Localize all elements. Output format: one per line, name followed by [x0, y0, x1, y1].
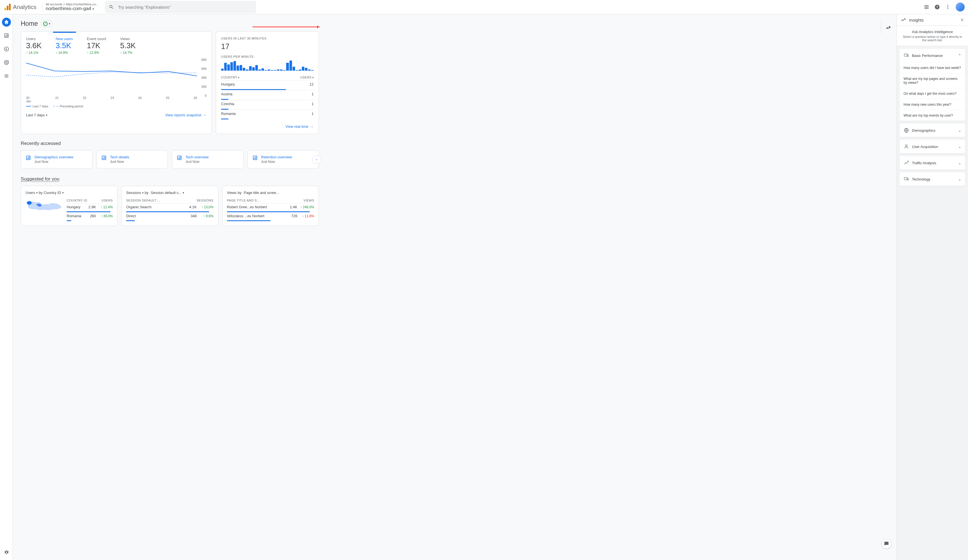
brand-text: Analytics	[13, 3, 36, 10]
svg-rect-23	[29, 157, 30, 159]
realtime-card: USERS IN LAST 30 MINUTES 17 USERS PER MI…	[216, 31, 319, 134]
svg-text:?: ?	[936, 5, 938, 9]
user-avatar[interactable]	[956, 3, 965, 12]
chevron-down-icon: ▾	[93, 7, 94, 10]
metric-event-count[interactable]: Event count 17K ↑ 12.9%	[87, 37, 106, 55]
app-header: Analytics All accounts > https://norbert…	[0, 0, 968, 14]
nav-reports[interactable]	[2, 31, 11, 40]
report-icon	[101, 155, 107, 161]
search-bar[interactable]	[105, 1, 256, 13]
active-tab-indicator	[53, 31, 76, 33]
suggested-card-country: Users▾ by Country ID▾ COUNTRY IDUSERS Hu…	[21, 186, 118, 226]
chevron-down-icon: ⌄	[958, 161, 961, 165]
table-row: Időszakos ...es Norbert726↓ 11.6%	[227, 212, 314, 219]
account-breadcrumb: All accounts > https://norberthires.co..…	[46, 3, 98, 6]
more-vert-icon[interactable]	[945, 4, 951, 10]
insights-title: Insights	[909, 18, 957, 22]
insights-category: User Acquisition⌄	[900, 140, 965, 153]
report-icon	[252, 155, 258, 161]
view-reports-link[interactable]: View reports snapshot →	[165, 113, 206, 117]
nav-explore[interactable]	[2, 45, 11, 53]
chevron-down-icon: ▾	[49, 22, 50, 25]
search-input[interactable]	[118, 5, 252, 10]
insights-question[interactable]: What are my top pages and screens by vie…	[900, 73, 965, 88]
chevron-down-icon: ⌄	[958, 145, 961, 149]
svg-rect-2	[9, 3, 11, 10]
svg-point-13	[4, 61, 8, 65]
date-range-picker[interactable]: Last 7 days ▾	[26, 113, 47, 117]
category-icon	[903, 144, 909, 149]
insights-category: Demographics⌄	[900, 124, 965, 137]
help-icon[interactable]: ?	[934, 4, 940, 10]
realtime-bars	[221, 61, 313, 71]
table-row: Romania260↑ 39.0%	[67, 212, 113, 219]
view-realtime-link[interactable]: View real time →	[285, 124, 313, 129]
world-map-thumbnail	[25, 197, 64, 217]
category-icon	[903, 176, 909, 182]
svg-rect-38	[904, 54, 907, 56]
insights-basic-performance: Basic Performance ⌃ How many users did I…	[900, 49, 965, 121]
configure-icon	[3, 73, 9, 79]
feedback-button[interactable]	[882, 539, 892, 549]
country-row: Hungary12	[221, 80, 313, 88]
svg-rect-25	[103, 158, 103, 159]
svg-rect-16	[5, 76, 8, 76]
suggested-card-pages: Views byPage title and scree... PAGE TIT…	[222, 186, 319, 226]
chevron-down-icon: ⌄	[958, 128, 961, 133]
recent-tile[interactable]: Tech detailsJust Now	[96, 150, 168, 169]
insights-toggle-button[interactable]	[881, 22, 892, 33]
nav-configure[interactable]	[2, 71, 11, 80]
report-icon	[25, 155, 31, 161]
page-title: Home	[21, 20, 38, 28]
svg-rect-37	[886, 544, 887, 544]
metric-users[interactable]: Users 3.6K ↑ 14.1%	[26, 37, 42, 55]
svg-point-18	[887, 27, 888, 28]
realtime-count: 17	[221, 42, 313, 51]
category-icon	[903, 128, 909, 133]
recent-tile[interactable]: Retention overviewJust Now	[247, 150, 319, 169]
nav-admin[interactable]	[2, 548, 11, 557]
line-chart: 8006004002000 20Jan212223242526	[26, 58, 207, 103]
apps-icon[interactable]	[924, 4, 929, 10]
country-col-header[interactable]: COUNTRY ▾	[221, 76, 239, 79]
annotation-arrow	[252, 27, 320, 27]
insights-icon	[901, 17, 906, 23]
nav-advertising[interactable]	[2, 58, 11, 67]
recent-tile[interactable]: Demographics overviewJust Now	[21, 150, 93, 169]
analytics-logo-icon	[5, 3, 11, 10]
insights-category: Technology⌄	[900, 172, 965, 186]
suggested-card-channel: Sessions▾ bySession default c...▾ SESSIO…	[121, 186, 218, 226]
status-pill[interactable]: ✓ ▾	[41, 20, 53, 27]
users-col-header[interactable]: USERS ▾	[300, 76, 313, 79]
svg-point-14	[5, 62, 7, 64]
metric-new-users[interactable]: New users 3.5K ↑ 14.9%	[56, 37, 73, 55]
svg-rect-35	[255, 157, 256, 159]
recent-tile[interactable]: Tech overviewJust Now	[172, 150, 244, 169]
insights-question[interactable]: How many users did I have last week?	[900, 62, 965, 73]
svg-rect-17	[5, 77, 8, 77]
nav-home[interactable]	[2, 18, 11, 27]
svg-point-7	[947, 8, 948, 9]
logo[interactable]: Analytics	[3, 3, 38, 10]
insights-category: Traffic Analysis⌄	[900, 156, 965, 169]
reports-icon	[3, 33, 9, 38]
account-picker[interactable]: All accounts > https://norberthires.co..…	[42, 3, 98, 12]
svg-rect-21	[27, 158, 28, 159]
realtime-title: USERS IN LAST 30 MINUTES	[221, 37, 313, 40]
insights-question[interactable]: What are my top events by user?	[900, 110, 965, 121]
target-icon	[3, 60, 9, 65]
table-row: Hungary2.9K↑ 12.4%	[67, 203, 113, 210]
metric-views[interactable]: Views 5.3K ↑ 14.7%	[120, 37, 136, 55]
chevron-down-icon: ⌄	[958, 177, 961, 181]
svg-rect-43	[907, 178, 908, 181]
close-icon[interactable]	[960, 18, 964, 22]
category-icon	[903, 160, 909, 166]
tiles-next-button[interactable]: ›	[312, 155, 321, 164]
svg-rect-34	[255, 157, 255, 159]
table-row: Organic Search4.1K↑ 13.0%	[126, 203, 213, 210]
property-name: norberthires-com-ga4	[46, 6, 91, 12]
insights-question[interactable]: On what days I get the most users?	[900, 88, 965, 99]
svg-point-19	[889, 26, 890, 27]
svg-rect-22	[28, 157, 28, 159]
insights-question[interactable]: How many new users this year?	[900, 99, 965, 110]
